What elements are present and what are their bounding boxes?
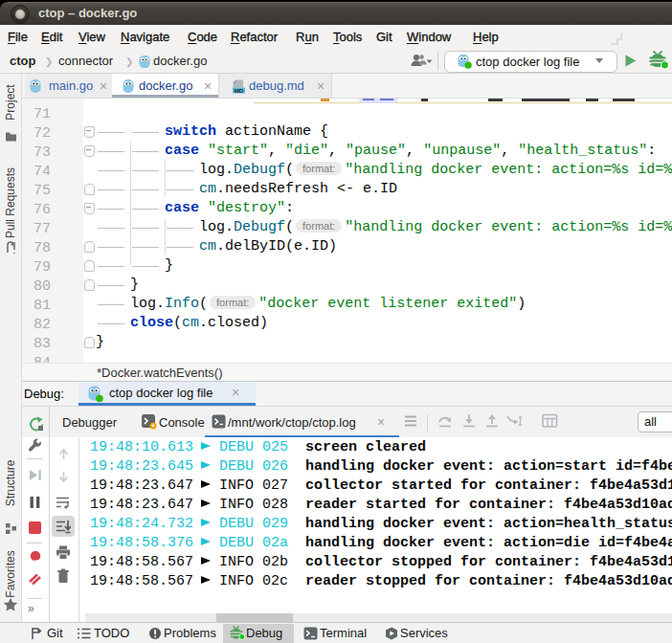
svg-text:MD: MD (235, 87, 244, 94)
